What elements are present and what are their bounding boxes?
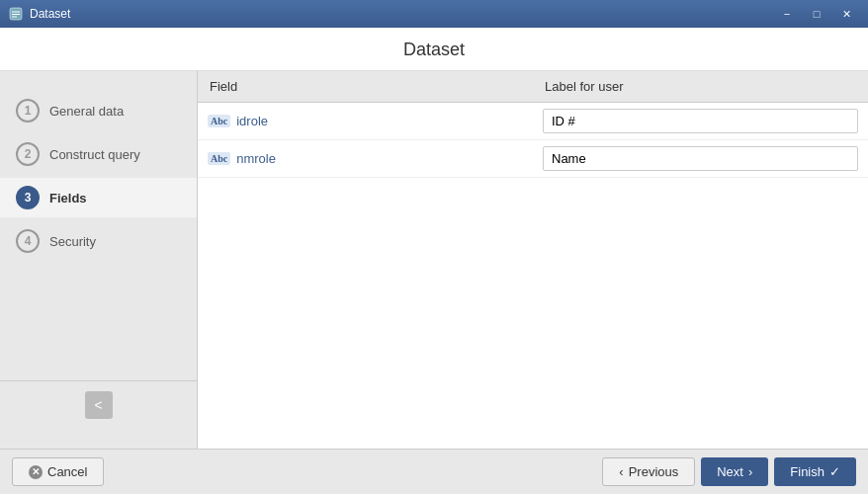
maximize-button[interactable]: □ [803, 4, 830, 24]
content-area: Field Label for user Abc idrole Abc nmro… [198, 71, 868, 449]
field-name-cell: Abc idrole [208, 114, 523, 128]
step-label-general-data: General data [49, 104, 124, 119]
window-controls: − □ ✕ [773, 4, 860, 24]
step-label-fields: Fields [49, 191, 87, 206]
label-cell-0[interactable] [533, 103, 868, 140]
abc-type-icon: Abc [208, 152, 230, 165]
previous-button[interactable]: ‹ Previous [602, 457, 695, 486]
step-item-security[interactable]: 4 Security [0, 221, 197, 261]
col-field-header: Field [198, 71, 533, 103]
next-label: Next [717, 464, 743, 479]
table-row: Abc nmrole [198, 140, 868, 178]
title-bar: Dataset − □ ✕ [0, 0, 868, 28]
chevron-left-icon: < [94, 397, 102, 413]
sidebar-collapse-button[interactable]: < [85, 391, 113, 419]
dialog-footer: ✕ Cancel ‹ Previous Next › Finish ✓ [0, 449, 868, 494]
field-cell-1: Abc nmrole [198, 140, 533, 178]
col-label-header: Label for user [533, 71, 868, 103]
step-label-construct-query: Construct query [49, 147, 140, 162]
check-icon: ✓ [829, 464, 840, 479]
close-button[interactable]: ✕ [832, 4, 860, 24]
step-item-construct-query[interactable]: 2 Construct query [0, 134, 197, 174]
chevron-left-icon: ‹ [619, 464, 623, 479]
cancel-label: Cancel [47, 464, 87, 479]
app-icon [8, 6, 24, 22]
table-header-row: Field Label for user [198, 71, 868, 103]
field-cell-0: Abc idrole [198, 103, 533, 140]
title-bar-text: Dataset [30, 7, 773, 21]
footer-left: ✕ Cancel [12, 457, 594, 486]
step-label-security: Security [49, 234, 96, 249]
cancel-icon: ✕ [29, 465, 43, 479]
sidebar-footer: < [0, 380, 197, 429]
finish-label: Finish [790, 464, 825, 479]
label-cell-1[interactable] [533, 140, 868, 178]
table-row: Abc idrole [198, 103, 868, 140]
step-circle-2: 2 [16, 142, 40, 166]
sidebar: 1 General data 2 Construct query 3 Field… [0, 71, 198, 449]
label-input-0[interactable] [543, 109, 858, 133]
next-button[interactable]: Next › [701, 457, 768, 486]
fields-table: Field Label for user Abc idrole Abc nmro… [198, 71, 868, 178]
finish-button[interactable]: Finish ✓ [774, 457, 856, 486]
field-name: nmrole [236, 151, 276, 166]
step-circle-3: 3 [16, 186, 40, 209]
dialog-body: 1 General data 2 Construct query 3 Field… [0, 71, 868, 449]
dialog: Dataset 1 General data 2 Construct query… [0, 28, 868, 494]
footer-right: ‹ Previous Next › Finish ✓ [602, 457, 856, 486]
cancel-button[interactable]: ✕ Cancel [12, 457, 104, 486]
step-circle-1: 1 [16, 99, 40, 123]
field-name: idrole [236, 114, 268, 128]
abc-type-icon: Abc [208, 115, 230, 127]
previous-label: Previous [629, 464, 679, 479]
step-item-general-data[interactable]: 1 General data [0, 91, 197, 130]
field-name-cell: Abc nmrole [208, 151, 523, 166]
dialog-header: Dataset [0, 28, 868, 71]
step-circle-4: 4 [16, 229, 40, 253]
chevron-right-icon: › [748, 464, 752, 479]
dialog-title: Dataset [403, 40, 465, 59]
label-input-1[interactable] [543, 146, 858, 171]
step-item-fields[interactable]: 3 Fields [0, 178, 197, 217]
minimize-button[interactable]: − [773, 4, 801, 24]
